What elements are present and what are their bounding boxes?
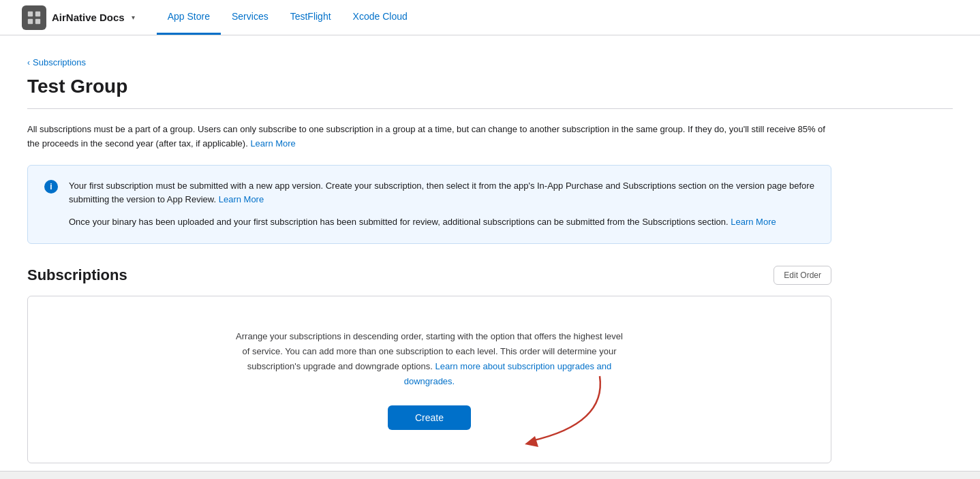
subscriptions-empty-box: Arrange your subscriptions in descending… — [27, 296, 831, 463]
header: AirNative Docs ▾ App Store Services Test… — [0, 0, 980, 35]
svg-rect-0 — [28, 11, 33, 16]
info-content: Your first subscription must be submitte… — [69, 179, 814, 230]
nav-xcode-cloud[interactable]: Xcode Cloud — [342, 0, 418, 35]
info-icon: i — [44, 180, 58, 194]
nav-app-store[interactable]: App Store — [157, 0, 221, 35]
page-title: Test Group — [27, 76, 953, 97]
breadcrumb[interactable]: ‹ Subscriptions — [27, 57, 953, 67]
description-text: All subscriptions must be a part of a gr… — [27, 123, 831, 151]
info-learn-more-link-1[interactable]: Learn More — [219, 194, 264, 204]
subscriptions-title: Subscriptions — [27, 266, 127, 284]
svg-rect-3 — [35, 18, 40, 23]
svg-rect-2 — [28, 18, 33, 23]
info-learn-more-link-2[interactable]: Learn More — [731, 217, 776, 227]
brand[interactable]: AirNative Docs ▾ — [22, 5, 135, 30]
create-button[interactable]: Create — [388, 405, 471, 430]
brand-name: AirNative Docs — [52, 12, 125, 23]
subscriptions-wrapper: Arrange your subscriptions in descending… — [27, 296, 831, 463]
subscriptions-learn-more-link[interactable]: Learn more about subscription upgrades a… — [404, 361, 611, 386]
info-icon-wrapper: i — [44, 180, 58, 230]
description-learn-more-link[interactable]: Learn More — [250, 138, 295, 149]
title-divider — [27, 108, 953, 109]
brand-icon — [22, 5, 46, 30]
subscriptions-empty-text: Arrange your subscriptions in descending… — [232, 329, 627, 389]
main-nav: App Store Services TestFlight Xcode Clou… — [157, 0, 418, 35]
bottom-scrollbar[interactable] — [0, 471, 980, 479]
brand-chevron-icon: ▾ — [132, 14, 135, 21]
nav-testflight[interactable]: TestFlight — [279, 0, 342, 35]
info-paragraph-2: Once your binary has been uploaded and y… — [69, 215, 814, 230]
subscriptions-section-header: Subscriptions Edit Order — [27, 266, 831, 285]
edit-order-button[interactable]: Edit Order — [774, 266, 831, 285]
nav-services[interactable]: Services — [221, 0, 279, 35]
info-box: i Your first subscription must be submit… — [27, 165, 831, 244]
info-paragraph-1: Your first subscription must be submitte… — [69, 179, 814, 208]
main-content: ‹ Subscriptions Test Group All subscript… — [0, 35, 980, 479]
breadcrumb-chevron-icon: ‹ — [27, 58, 30, 67]
breadcrumb-label[interactable]: Subscriptions — [33, 57, 86, 67]
svg-rect-1 — [35, 11, 40, 16]
